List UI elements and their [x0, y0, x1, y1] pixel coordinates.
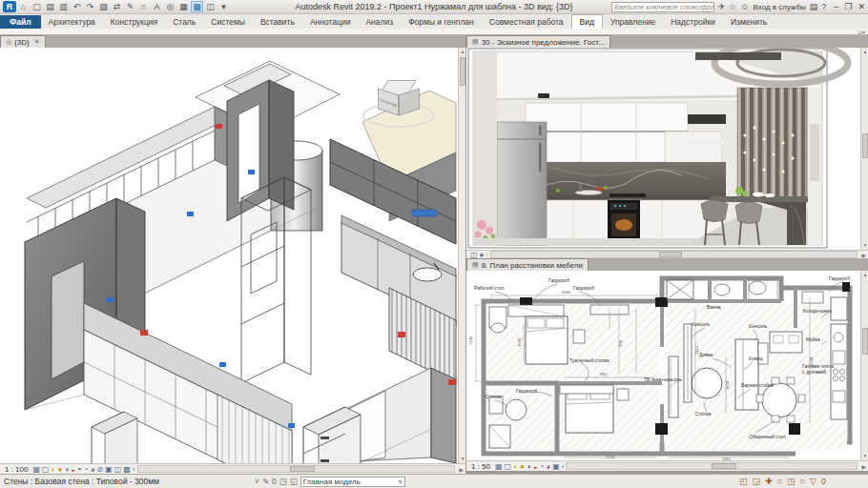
active-model-select[interactable]: Главная модель ˅: [300, 477, 405, 487]
kitchen-render-image: [466, 48, 860, 250]
design-options-icon[interactable]: ◱: [290, 477, 298, 486]
viewcube[interactable]: Спереди: [361, 74, 437, 133]
account-icon[interactable]: ☺: [740, 2, 749, 11]
view-tab-3d[interactable]: ◎ {3D} ✕: [0, 35, 46, 48]
view-tab-3d-close-icon[interactable]: ✕: [34, 38, 40, 46]
tab-addins[interactable]: Надстройки: [663, 15, 723, 29]
edit-linked-icon[interactable]: ◲: [753, 477, 761, 486]
plan-label: Туалетный столик: [569, 357, 610, 363]
tab-systems[interactable]: Системы: [203, 15, 253, 29]
tag-icon[interactable]: ✎: [124, 1, 136, 12]
section-icon[interactable]: ▦: [177, 1, 190, 12]
redo-icon[interactable]: ↷: [84, 1, 96, 12]
plan-scale-button[interactable]: 1 : 50: [466, 462, 495, 471]
print-icon[interactable]: ▨: [97, 1, 110, 12]
sync-icon[interactable]: ▥: [57, 1, 70, 12]
minimize-button[interactable]: –: [834, 2, 838, 11]
plan-reveal-icon: ◕: [546, 462, 550, 471]
dim-text: 1298: [725, 380, 730, 390]
plan-horizontal-scrollbar[interactable]: [566, 462, 858, 470]
restore-button[interactable]: ❐: [844, 2, 852, 11]
plan-canvas[interactable]: 7132 2060 2132 2451 2114 1298 1500 950 9…: [466, 271, 860, 460]
view3d-canvas[interactable]: Спереди: [0, 48, 458, 463]
visual-style-icon: ▢: [42, 465, 50, 474]
tab-steel[interactable]: Сталь: [165, 15, 203, 29]
view3d-vcb-icons[interactable]: ▦▢◐●◑◒◓◔◕⊘▣◫▩‹: [32, 465, 134, 474]
favorites-icon[interactable]: ☆: [729, 2, 736, 11]
exclude-options-icon[interactable]: ◰: [739, 477, 748, 486]
measure-icon[interactable]: ⇄: [111, 1, 123, 12]
render-horizontal-scrollbar[interactable]: [490, 251, 858, 258]
filter-icon[interactable]: ▽: [810, 477, 816, 486]
background-process-icon[interactable]: ○: [800, 477, 805, 486]
render-view-control-bar: ◫●‹ ▶: [466, 250, 868, 258]
plan-vertical-scrollbar[interactable]: ▲ ▼: [860, 271, 868, 460]
save-icon[interactable]: ▤: [44, 1, 56, 12]
ribbon-collapse-icon[interactable]: ⊡▾: [858, 29, 865, 35]
detail-level-icon: ▦: [32, 465, 40, 474]
render-scroll-right-icon[interactable]: ▶: [859, 252, 868, 258]
render-canvas[interactable]: [466, 48, 860, 250]
plan-vcb-icons[interactable]: ▦▢◐●◑◒◔◕▣‹: [495, 462, 564, 471]
sun-path-icon: ◐: [52, 465, 56, 474]
default-3d-view-icon[interactable]: ◎: [164, 1, 176, 12]
drag-elements-icon[interactable]: ◳: [787, 477, 796, 486]
view-tab-plan[interactable]: ▤ 8. План расстановки мебели: [466, 258, 589, 271]
view3d-vertical-scrollbar[interactable]: ▲ ▼: [458, 48, 465, 463]
plan-label: Консоль: [692, 321, 711, 327]
tab-massing-site[interactable]: Формы и генплан: [401, 15, 482, 29]
quick-access-toolbar: R ⌂ ▢ ▤ ▥ ↶ ↷ ▨ ⇄ ✎ ○ A ◎ ▦ ▩ ◫ ▾: [3, 1, 230, 12]
view3d-scroll-right-icon[interactable]: ▶: [457, 466, 465, 473]
view3d-horizontal-scrollbar[interactable]: [137, 465, 456, 473]
status-bar: Стены : Базовая стена : Типовой - 300мм …: [0, 474, 868, 488]
send-feedback-icon[interactable]: ✈: [718, 2, 726, 11]
view-tab-render[interactable]: ▤ 30 - Эскизное предложение. Гост...: [466, 35, 610, 48]
tab-analyze[interactable]: Анализ: [358, 15, 401, 29]
editable-only-icon[interactable]: ✎: [262, 477, 269, 486]
view3d-scale-button[interactable]: 1 : 100: [0, 465, 32, 474]
revit-logo-icon[interactable]: R: [3, 1, 16, 12]
plan-label: Гардероб: [829, 275, 850, 281]
zoom-icon[interactable]: ○: [137, 1, 150, 12]
tab-structure[interactable]: Конструкция: [103, 15, 165, 29]
tab-collaborate[interactable]: Совместная работа: [482, 15, 571, 29]
tab-architecture[interactable]: Архитектура: [41, 15, 103, 29]
plan-shadows-icon: ●: [520, 462, 525, 471]
open-icon[interactable]: ▢: [31, 1, 43, 12]
tab-manage[interactable]: Управление: [603, 15, 663, 29]
render-vertical-scrollbar[interactable]: ▲ ▼: [860, 48, 868, 250]
dim-text: 7132: [468, 336, 473, 345]
tab-annotate[interactable]: Аннотации: [302, 15, 359, 29]
view-tab-plan-label: 8. План расстановки мебели: [482, 261, 583, 270]
tab-view[interactable]: Вид: [571, 14, 603, 29]
text-icon[interactable]: A: [151, 1, 163, 12]
plan-label: Рабочий стол: [474, 285, 504, 291]
qat-overflow-icon[interactable]: ▾: [217, 1, 230, 12]
help-search-input[interactable]: Введите ключевое слово/фразу: [611, 2, 714, 12]
tab-insert[interactable]: Вставить: [253, 15, 302, 29]
plan-label: Ванна: [707, 304, 721, 310]
sign-in-button[interactable]: Вход в службы: [754, 3, 806, 11]
temp-properties-icon: ⊘: [97, 465, 104, 474]
undo-icon[interactable]: ↶: [71, 1, 83, 12]
status-right-icons: ◰ ◲ ✚ ○ ◳ ○ ▽ 0: [739, 477, 826, 486]
help-icon[interactable]: ?: [821, 2, 826, 11]
title-bar: R ⌂ ▢ ▤ ▥ ↶ ↷ ▨ ⇄ ✎ ○ A ◎ ▦ ▩ ◫ ▾ Autode…: [0, 0, 868, 14]
close-button[interactable]: ✕: [858, 2, 865, 11]
view3d-tab-strip: ◎ {3D} ✕: [0, 35, 465, 48]
plan-scroll-right-icon[interactable]: ▶: [859, 463, 868, 470]
select-pinned-icon[interactable]: ○: [777, 477, 782, 486]
home-icon[interactable]: ⌂: [17, 1, 30, 12]
select-underlay-icon[interactable]: ✚: [765, 477, 773, 486]
dim-text: 2132: [606, 455, 615, 459]
plan-label: Комод: [749, 356, 763, 361]
tab-file[interactable]: Файл: [0, 15, 41, 29]
plan-label: Обеденный стол: [749, 434, 786, 439]
thin-lines-icon[interactable]: ▩: [191, 1, 203, 12]
worksets-icon[interactable]: ◳: [279, 477, 287, 486]
status-chevron-icon[interactable]: ˅: [255, 477, 259, 486]
active-model-value: Главная модель: [303, 478, 361, 486]
switch-windows-icon[interactable]: ◫: [204, 1, 217, 12]
app-store-icon[interactable]: ▤: [810, 2, 818, 11]
tab-modify[interactable]: Изменить: [723, 15, 775, 29]
